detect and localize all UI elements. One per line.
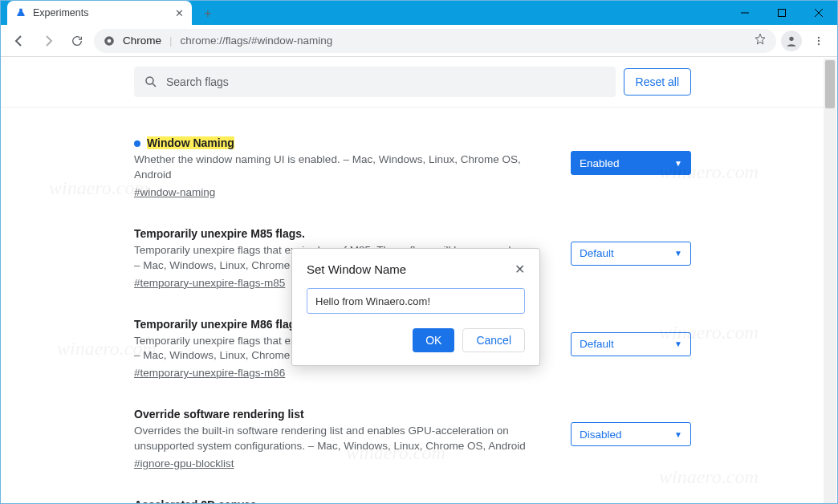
svg-point-8 — [818, 39, 820, 41]
chevron-down-icon: ▼ — [674, 159, 682, 168]
dialog-close-button[interactable]: ✕ — [515, 262, 525, 277]
dialog-title: Set Window Name — [307, 262, 406, 276]
chrome-icon — [104, 35, 115, 47]
flag-row: Override software rendering listOverride… — [134, 395, 691, 486]
minimize-button[interactable] — [726, 1, 763, 25]
flag-dropdown[interactable]: Disabled▼ — [571, 422, 691, 446]
flag-title: Temporarily unexpire M85 flags. — [134, 227, 305, 240]
flask-icon — [15, 7, 26, 18]
modified-dot-icon — [134, 140, 140, 147]
flag-dropdown[interactable]: Default▼ — [571, 242, 691, 266]
flag-hash-link[interactable]: #ignore-gpu-blocklist — [134, 457, 234, 469]
flag-row: Window NamingWhether the window naming U… — [134, 124, 691, 214]
flag-hash-link[interactable]: #window-naming — [134, 186, 215, 198]
omnibox-url: chrome://flags/#window-naming — [181, 35, 333, 47]
svg-line-11 — [153, 83, 156, 87]
chrome-menu-button[interactable] — [807, 29, 831, 53]
svg-point-6 — [789, 36, 793, 40]
address-bar[interactable]: Chrome | chrome://flags/#window-naming — [94, 29, 776, 53]
window-controls — [726, 1, 837, 25]
flag-title: Override software rendering list — [134, 408, 304, 421]
svg-point-10 — [146, 77, 153, 84]
maximize-icon — [778, 9, 786, 17]
maximize-button[interactable] — [763, 1, 800, 25]
arrow-left-icon — [13, 35, 26, 47]
cancel-button[interactable]: Cancel — [462, 328, 525, 352]
back-button[interactable] — [7, 29, 31, 53]
scrollbar[interactable] — [824, 59, 836, 503]
new-tab-button[interactable]: + — [197, 2, 219, 25]
star-icon — [754, 33, 767, 46]
search-flags-input[interactable]: Search flags — [134, 67, 616, 97]
minimize-icon — [741, 9, 749, 17]
titlebar: Experiments ✕ + — [1, 1, 837, 25]
person-icon — [785, 35, 798, 47]
forward-button[interactable] — [36, 29, 60, 53]
flag-dropdown[interactable]: Default▼ — [571, 332, 691, 356]
flag-row: Accelerated 2D canvasEnables the use of … — [134, 486, 691, 503]
close-icon — [815, 9, 823, 17]
svg-point-9 — [818, 43, 820, 44]
flag-hash-link[interactable]: #temporary-unexpire-flags-m85 — [134, 277, 285, 289]
flag-title: Window Naming — [147, 136, 234, 149]
close-window-button[interactable] — [800, 1, 837, 25]
flag-dropdown-value: Default — [580, 338, 614, 350]
reset-all-button[interactable]: Reset all — [624, 68, 691, 96]
bookmark-button[interactable] — [754, 33, 767, 48]
chevron-down-icon: ▼ — [674, 430, 682, 439]
flag-title: Accelerated 2D canvas — [134, 498, 257, 503]
flag-dropdown-value: Default — [580, 247, 614, 259]
chevron-down-icon: ▼ — [674, 249, 682, 258]
arrow-right-icon — [42, 35, 55, 47]
reload-button[interactable] — [65, 29, 89, 53]
tab-title: Experiments — [33, 7, 169, 18]
flag-description: Whether the window naming UI is enabled.… — [134, 152, 547, 183]
dots-vertical-icon — [813, 35, 824, 47]
svg-point-7 — [818, 36, 820, 38]
set-window-name-dialog: Set Window Name ✕ OK Cancel — [291, 248, 540, 366]
reload-icon — [71, 35, 83, 47]
toolbar: Chrome | chrome://flags/#window-naming — [1, 25, 837, 57]
profile-button[interactable] — [781, 30, 802, 51]
omnibox-label: Chrome — [123, 35, 161, 47]
search-placeholder: Search flags — [166, 75, 229, 88]
flag-dropdown[interactable]: Enabled▼ — [571, 151, 691, 175]
flag-dropdown-value: Disabled — [580, 429, 622, 441]
svg-point-5 — [108, 39, 112, 43]
flag-dropdown-value: Enabled — [580, 157, 620, 169]
chevron-down-icon: ▼ — [674, 339, 682, 348]
window-name-input[interactable] — [307, 288, 525, 314]
flag-title: Temporarily unexpire M86 flags. — [134, 318, 305, 331]
svg-rect-1 — [779, 10, 786, 17]
scrollbar-thumb[interactable] — [825, 60, 835, 108]
search-icon — [144, 75, 158, 89]
tab-close-icon[interactable]: ✕ — [175, 7, 184, 19]
flag-hash-link[interactable]: #temporary-unexpire-flags-m86 — [134, 367, 285, 379]
browser-tab[interactable]: Experiments ✕ — [7, 1, 192, 25]
ok-button[interactable]: OK — [413, 328, 454, 352]
flag-description: Overrides the built-in software renderin… — [134, 424, 547, 454]
